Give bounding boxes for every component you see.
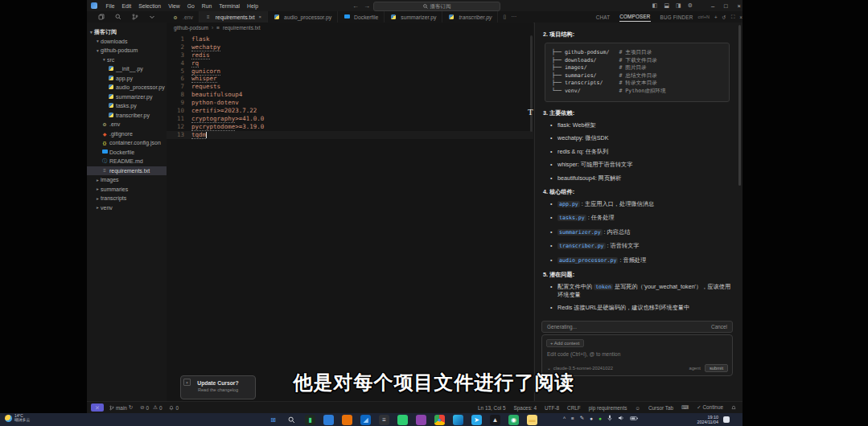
ports-item[interactable]: 0 xyxy=(169,405,179,411)
sync-icon[interactable]: ↻ xyxy=(129,404,133,411)
tree-item-container.config.json[interactable]: {}container.config.json xyxy=(87,138,167,148)
tab-audio_processor.py[interactable]: audio_processor.py xyxy=(268,11,338,23)
tab-transcriber.py[interactable]: transcriber.py xyxy=(442,11,498,23)
tray-lines-icon[interactable]: ≡ xyxy=(571,416,574,421)
code-line-11[interactable]: 11cryptography>=41.0.0 xyxy=(167,115,533,123)
notification-center-icon[interactable] xyxy=(723,416,730,423)
tray-mic-icon[interactable] xyxy=(607,415,612,421)
tree-item-Dockerfile[interactable]: Dockerfile xyxy=(87,148,167,158)
keyboard-icon[interactable]: ⌨ xyxy=(681,404,689,411)
notifications-bell-icon[interactable] xyxy=(731,405,736,411)
cursor-tab-toggle[interactable]: Cursor Tab xyxy=(648,405,673,411)
windows-start-icon[interactable]: ⊞ xyxy=(268,415,278,425)
panel-tab-composer[interactable]: COMPOSER xyxy=(619,12,650,22)
menu-help[interactable]: Help xyxy=(243,3,261,9)
chrome-icon[interactable]: ● xyxy=(434,415,445,425)
tab-summarizer.py[interactable]: summarizer.py xyxy=(385,11,442,23)
tree-item-[interactable]: ▾播客订阅 xyxy=(87,27,167,37)
plus-icon[interactable]: + xyxy=(714,14,718,20)
code-line-6[interactable]: 6whisper xyxy=(167,75,533,83)
code-line-9[interactable]: 9python-dotenv xyxy=(167,99,533,107)
menu-edit[interactable]: Edit xyxy=(118,3,135,9)
tree-item-app.py[interactable]: app.py xyxy=(87,74,167,84)
layout-panel-icon[interactable]: ⬓ xyxy=(664,2,669,9)
split-editor-icon[interactable]: ▯ xyxy=(503,14,506,20)
tree-item-github-podsum[interactable]: ▾github-podsum xyxy=(87,46,167,55)
settings-gear-icon[interactable]: ⚙ xyxy=(688,2,693,9)
tab-.env[interactable]: ⚙.env xyxy=(167,11,200,23)
restore-button[interactable]: □ xyxy=(724,2,728,10)
dev-tool-icon[interactable]: ▮ xyxy=(305,415,315,425)
tree-item-src[interactable]: ▾src xyxy=(87,55,167,65)
tree-item-transcriber.py[interactable]: transcriber.py xyxy=(87,111,167,121)
minimize-button[interactable]: – xyxy=(711,2,714,10)
panel-tab-chat[interactable]: CHAT xyxy=(596,13,610,22)
breadcrumb-folder[interactable]: github-podsum xyxy=(174,25,208,31)
cancel-button[interactable]: Cancel xyxy=(711,324,727,330)
menu-go[interactable]: Go xyxy=(183,3,198,9)
continue-button[interactable]: ✓ Continue xyxy=(697,404,723,411)
feedback-icon[interactable]: ☺ xyxy=(635,405,640,411)
layout-right-icon[interactable]: ◨ xyxy=(676,2,681,9)
source-control-icon[interactable] xyxy=(132,14,138,20)
breadcrumb[interactable]: github-podsum › ≡ requirements.txt xyxy=(167,23,533,33)
tray-speaker-icon[interactable] xyxy=(618,415,624,421)
close-button[interactable]: × xyxy=(738,2,741,10)
tray-chevron-up-icon[interactable]: ^ xyxy=(563,416,566,421)
tab-requirements.txt[interactable]: ≡requirements.txt× xyxy=(200,11,268,23)
tray-dot-icon[interactable]: ● xyxy=(590,416,593,421)
tray-pen-icon[interactable]: ✎ xyxy=(580,415,584,421)
weather-widget[interactable]: 14°C 晴转多云 xyxy=(5,414,30,423)
app-green-icon[interactable] xyxy=(397,415,408,425)
tree-item-transcripts[interactable]: ▸transcripts xyxy=(87,194,167,203)
files-icon[interactable] xyxy=(98,14,105,20)
language-mode[interactable]: pip requirements xyxy=(589,405,627,411)
git-branch-item[interactable]: main ↻ xyxy=(109,404,133,411)
app-purple-icon[interactable] xyxy=(416,415,426,425)
close-tab-icon[interactable]: × xyxy=(259,14,262,19)
notepad-icon[interactable]: ≡ xyxy=(379,415,389,425)
tree-item-summaries[interactable]: ▸summaries xyxy=(87,185,167,195)
remote-indicator[interactable]: ⤫ xyxy=(91,403,104,412)
layout-sidebar-icon[interactable]: ◧ xyxy=(652,2,658,9)
telegram-icon[interactable]: ➤ xyxy=(471,415,482,425)
editor-pane[interactable]: github-podsum › ≡ requirements.txt 1flas… xyxy=(167,23,533,402)
tree-item-summarizer.py[interactable]: summarizer.py xyxy=(87,92,167,102)
search-icon[interactable] xyxy=(286,415,297,425)
panel-scrollbar[interactable] xyxy=(738,25,741,186)
code-line-1[interactable]: 1flask xyxy=(167,35,533,43)
indentation[interactable]: Spaces: 4 xyxy=(514,405,537,411)
menu-selection[interactable]: Selection xyxy=(135,3,165,9)
menu-run[interactable]: Run xyxy=(198,3,215,9)
code-line-12[interactable]: 12pycryptodome>=3.19.0 xyxy=(167,123,533,131)
tree-item-.env[interactable]: ⚙.env xyxy=(87,120,167,129)
forward-icon[interactable]: → xyxy=(364,2,370,10)
tab-Dockerfile[interactable]: Dockerfile xyxy=(338,11,385,23)
menu-view[interactable]: View xyxy=(165,3,184,9)
close-panel-icon[interactable]: × xyxy=(739,14,743,20)
taskbar-clock[interactable]: 19:10 2024/11/04 xyxy=(680,415,718,424)
cursor-app-icon[interactable]: ▲ xyxy=(490,415,500,425)
code-line-5[interactable]: 5gunicorn xyxy=(167,68,533,76)
command-search-box[interactable]: 播客订阅 xyxy=(373,2,500,11)
code-line-13[interactable]: 13tqdm xyxy=(167,131,533,139)
breadcrumb-file[interactable]: requirements.txt xyxy=(223,25,261,31)
history-icon[interactable]: ↺ xyxy=(722,14,726,20)
tree-item-.gitignore[interactable]: ◆.gitignore xyxy=(87,129,167,139)
problems-item[interactable]: ⊘0 ⚠0 xyxy=(140,404,162,411)
code-line-3[interactable]: 3redis xyxy=(167,51,533,59)
tree-item-downloads[interactable]: ▾downloads xyxy=(87,37,167,47)
code-line-7[interactable]: 7requests xyxy=(167,83,533,91)
app-blue-icon[interactable] xyxy=(323,415,334,425)
code-line-10[interactable]: 10certifi>=2023.7.22 xyxy=(167,107,533,115)
chevron-down-icon[interactable] xyxy=(149,14,155,20)
code-line-4[interactable]: 4rq xyxy=(167,59,533,68)
more-actions-icon[interactable]: ⋯ xyxy=(511,14,516,20)
encoding[interactable]: UTF-8 xyxy=(545,405,559,411)
edge-icon[interactable] xyxy=(453,415,463,425)
code-line-2[interactable]: 2wechatpy xyxy=(167,43,533,51)
tree-item-__init__.py[interactable]: __init__.py xyxy=(87,64,167,74)
editor-scrollbar[interactable] xyxy=(530,35,533,132)
panel-tab-bug-finder[interactable]: BUG FINDER xyxy=(660,13,693,22)
tree-item-audio_processor.py[interactable]: audio_processor.py xyxy=(87,83,167,92)
